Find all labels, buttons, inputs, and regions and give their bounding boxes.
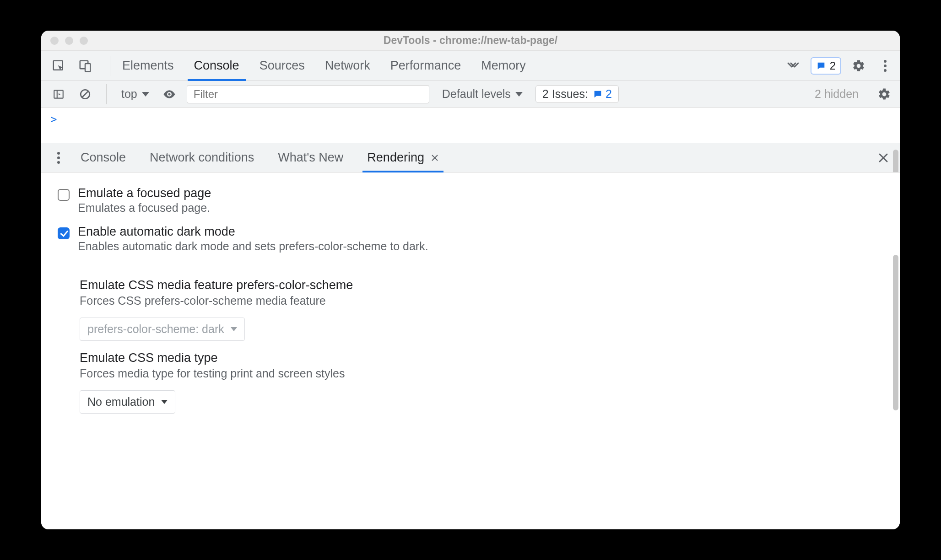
execution-context-label: top xyxy=(121,87,137,101)
chevron-down-icon xyxy=(231,327,237,331)
drawer-tab-network-conditions[interactable]: Network conditions xyxy=(150,143,254,172)
select-value: prefers-color-scheme: dark xyxy=(87,323,224,336)
drawer-menu-icon[interactable] xyxy=(49,149,68,167)
option-title: Emulate CSS media type xyxy=(80,351,886,365)
execution-context-select[interactable]: top xyxy=(119,87,152,101)
main-toolbar: Elements Console Sources Network Perform… xyxy=(41,51,900,81)
traffic-zoom[interactable] xyxy=(80,37,88,45)
chevron-down-icon xyxy=(142,92,149,97)
chevron-down-icon xyxy=(161,400,168,404)
option-desc: Enables automatic dark mode and sets pre… xyxy=(78,240,428,253)
svg-point-5 xyxy=(884,69,887,72)
inspect-element-icon[interactable] xyxy=(49,57,68,75)
issues-count: 2 xyxy=(606,87,612,101)
option-prefers-color-scheme: Emulate CSS media feature prefers-color-… xyxy=(41,278,900,351)
titlebar: DevTools - chrome://new-tab-page/ xyxy=(41,31,900,51)
option-title: Emulate CSS media feature prefers-color-… xyxy=(80,278,886,292)
panel-scrollbar-thumb[interactable] xyxy=(893,255,898,410)
settings-gear-icon[interactable] xyxy=(849,57,868,75)
window-title: DevTools - chrome://new-tab-page/ xyxy=(41,34,900,47)
tab-sources[interactable]: Sources xyxy=(260,51,305,81)
log-levels-label: Default levels xyxy=(442,87,511,101)
tab-network[interactable]: Network xyxy=(325,51,370,81)
option-desc: Emulates a focused page. xyxy=(78,201,211,215)
option-title: Enable automatic dark mode xyxy=(78,225,428,239)
more-tabs-icon[interactable] xyxy=(783,61,802,70)
devtools-window: DevTools - chrome://new-tab-page/ Elemen… xyxy=(41,31,900,529)
log-levels-select[interactable]: Default levels xyxy=(438,87,527,101)
console-body[interactable]: > xyxy=(41,108,900,143)
svg-point-9 xyxy=(168,93,170,95)
hidden-messages-label[interactable]: 2 hidden xyxy=(810,87,863,101)
divider xyxy=(58,266,883,266)
errors-count: 2 xyxy=(830,59,836,72)
console-prompt: > xyxy=(50,113,57,126)
traffic-minimize[interactable] xyxy=(65,37,73,45)
issues-label: 2 Issues: xyxy=(542,87,588,101)
select-value: No emulation xyxy=(87,395,155,409)
traffic-close[interactable] xyxy=(50,37,59,45)
tab-elements[interactable]: Elements xyxy=(122,51,174,81)
toggle-sidebar-icon[interactable] xyxy=(49,85,68,103)
drawer-tab-rendering-label: Rendering xyxy=(367,151,424,165)
drawer-tab-console[interactable]: Console xyxy=(81,143,126,172)
tab-performance[interactable]: Performance xyxy=(390,51,461,81)
tab-memory[interactable]: Memory xyxy=(481,51,526,81)
close-drawer-icon[interactable] xyxy=(874,150,892,166)
svg-point-3 xyxy=(884,60,887,63)
separator xyxy=(798,84,798,104)
option-desc: Forces CSS prefers-color-scheme media fe… xyxy=(80,294,886,307)
filter-input[interactable] xyxy=(187,85,429,103)
svg-point-11 xyxy=(57,156,60,159)
chevron-down-icon xyxy=(515,92,523,97)
drawer-tab-rendering[interactable]: Rendering xyxy=(367,143,439,172)
device-toolbar-icon[interactable] xyxy=(76,57,94,75)
svg-point-10 xyxy=(57,152,60,155)
drawer-tabstrip: Console Network conditions What's New Re… xyxy=(41,143,900,172)
live-expression-eye-icon[interactable] xyxy=(160,85,178,103)
kebab-menu-icon[interactable] xyxy=(876,57,894,75)
errors-chip[interactable]: 2 xyxy=(811,57,841,75)
console-toolbar: top Default levels 2 Issues: 2 2 hidden xyxy=(41,81,900,108)
issues-icon xyxy=(593,89,603,99)
svg-line-8 xyxy=(82,91,88,97)
issues-chip[interactable]: 2 Issues: 2 xyxy=(535,85,619,103)
option-desc: Forces media type for testing print and … xyxy=(80,367,886,380)
separator xyxy=(106,84,107,104)
drawer-tab-whats-new[interactable]: What's New xyxy=(278,143,343,172)
svg-point-4 xyxy=(884,65,887,67)
rendering-panel: Emulate a focused page Emulates a focuse… xyxy=(41,172,900,529)
select-prefers-color-scheme[interactable]: prefers-color-scheme: dark xyxy=(80,318,245,341)
select-css-media-type[interactable]: No emulation xyxy=(80,390,175,414)
svg-rect-2 xyxy=(85,64,90,72)
close-tab-icon[interactable] xyxy=(431,154,439,162)
console-settings-gear-icon[interactable] xyxy=(875,85,893,103)
checkbox-auto-dark-mode[interactable] xyxy=(58,227,70,239)
option-css-media-type: Emulate CSS media type Forces media type… xyxy=(41,351,900,424)
option-auto-dark-mode: Enable automatic dark mode Enables autom… xyxy=(41,221,900,259)
option-emulate-focused-page: Emulate a focused page Emulates a focuse… xyxy=(41,183,900,221)
svg-point-12 xyxy=(57,161,60,164)
option-title: Emulate a focused page xyxy=(78,186,211,200)
tab-console[interactable]: Console xyxy=(194,51,239,81)
clear-console-icon[interactable] xyxy=(76,85,94,103)
separator xyxy=(110,56,110,76)
checkbox-emulate-focused-page[interactable] xyxy=(58,189,70,201)
